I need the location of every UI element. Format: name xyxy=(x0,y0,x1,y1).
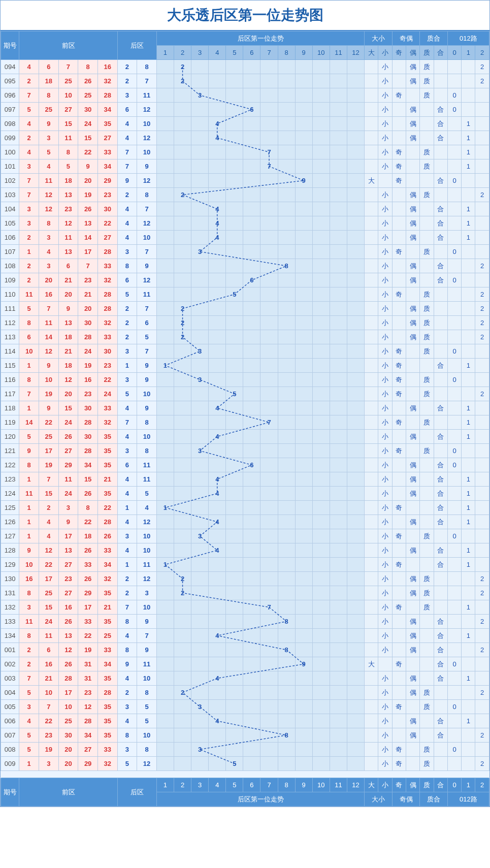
footer-rear: 后区 xyxy=(117,778,156,807)
front-cell: 35 xyxy=(97,714,117,728)
trend-cell xyxy=(191,472,209,487)
attr-cell xyxy=(365,487,378,501)
header-num-12: 12 xyxy=(347,46,364,60)
trend-cell xyxy=(312,714,330,728)
trend-cell xyxy=(174,245,191,259)
attr-cell xyxy=(365,316,378,330)
trend-cell: 3 xyxy=(191,245,209,259)
attr-cell xyxy=(392,330,406,344)
trend-cell xyxy=(209,415,226,430)
rear-cell: 12 xyxy=(137,103,157,117)
trend-cell xyxy=(243,145,260,159)
mod-cell xyxy=(447,387,461,401)
trend-cell xyxy=(278,387,295,401)
front-cell: 29 xyxy=(78,586,98,600)
trend-cell xyxy=(295,600,312,615)
trend-cell xyxy=(278,487,295,501)
rear-cell: 4 xyxy=(117,216,137,231)
front-cell: 33 xyxy=(78,615,98,629)
mod-cell: 0 xyxy=(447,529,461,543)
trend-cell xyxy=(312,444,330,458)
attr-cell: 大 xyxy=(365,174,378,188)
trend-cell xyxy=(156,487,174,501)
trend-cell xyxy=(295,615,312,629)
attr-cell: 小 xyxy=(378,743,392,757)
attr-cell xyxy=(420,259,434,273)
front-cell: 5 xyxy=(39,145,59,159)
data-row: 094467816282小偶质2 xyxy=(1,60,489,74)
attr-cell: 合 xyxy=(434,458,447,472)
data-row: 101345934797小奇质1 xyxy=(1,159,489,174)
trend-cell xyxy=(209,359,226,373)
attr-cell: 质 xyxy=(420,302,434,316)
trend-cell xyxy=(226,131,243,145)
mod-cell xyxy=(475,359,489,373)
trend-cell xyxy=(347,415,364,430)
trend-cell xyxy=(156,131,174,145)
trend-cell xyxy=(156,259,174,273)
trend-cell xyxy=(295,430,312,444)
trend-cell xyxy=(347,430,364,444)
trend-cell xyxy=(312,60,330,74)
attr-cell xyxy=(420,515,434,529)
front-cell: 2 xyxy=(19,259,39,273)
trend-cell xyxy=(347,344,364,359)
attr-cell: 小 xyxy=(378,330,392,344)
trend-cell: 8 xyxy=(278,643,295,657)
attr-cell xyxy=(365,757,378,771)
trend-cell xyxy=(209,103,226,117)
trend-cell xyxy=(174,657,191,671)
trend-cell xyxy=(295,245,312,259)
trend-cell xyxy=(295,643,312,657)
attr-cell: 合 xyxy=(434,487,447,501)
trend-cell xyxy=(243,700,260,714)
trend-cell xyxy=(295,216,312,231)
attr-cell xyxy=(392,543,406,558)
attr-cell xyxy=(392,572,406,586)
trend-cell xyxy=(295,287,312,302)
trend-cell: 4 xyxy=(209,472,226,487)
front-cell: 25 xyxy=(78,88,98,103)
trend-cell xyxy=(312,458,330,472)
attr-cell: 奇 xyxy=(392,287,406,302)
trend-cell xyxy=(243,245,260,259)
rear-cell: 10 xyxy=(137,671,157,686)
mod-cell: 0 xyxy=(447,245,461,259)
rear-cell: 4 xyxy=(137,501,157,515)
front-cell: 34 xyxy=(97,657,117,671)
trend-cell xyxy=(156,174,174,188)
front-cell: 5 xyxy=(19,686,39,700)
trend-cell xyxy=(278,359,295,373)
front-cell: 1 xyxy=(19,515,39,529)
attr-cell: 小 xyxy=(378,273,392,287)
attr-cell xyxy=(392,714,406,728)
trend-cell xyxy=(347,714,364,728)
rear-cell: 12 xyxy=(137,273,157,287)
footer-mod: 012路 xyxy=(447,792,489,807)
trend-cell xyxy=(278,316,295,330)
trend-cell xyxy=(243,159,260,174)
mod-cell xyxy=(447,558,461,572)
front-cell: 3 xyxy=(19,600,39,615)
attr-cell xyxy=(392,117,406,131)
trend-cell xyxy=(278,529,295,543)
front-cell: 5 xyxy=(19,103,39,117)
trend-cell xyxy=(226,558,243,572)
attr-cell xyxy=(365,700,378,714)
trend-cell xyxy=(191,728,209,743)
mod-cell xyxy=(475,373,489,387)
rear-cell: 10 xyxy=(137,600,157,615)
front-cell: 23 xyxy=(58,202,78,216)
trend-cell xyxy=(191,415,209,430)
attr-cell: 合 xyxy=(434,117,447,131)
header-num-8: 8 xyxy=(278,46,295,60)
attr-cell: 合 xyxy=(434,472,447,487)
trend-cell xyxy=(278,700,295,714)
attr-cell xyxy=(420,487,434,501)
attr-cell: 小 xyxy=(378,145,392,159)
front-cell: 19 xyxy=(39,743,59,757)
trend-cell xyxy=(330,643,347,657)
front-cell: 33 xyxy=(97,401,117,415)
front-cell: 26 xyxy=(78,202,98,216)
attr-cell xyxy=(365,103,378,117)
